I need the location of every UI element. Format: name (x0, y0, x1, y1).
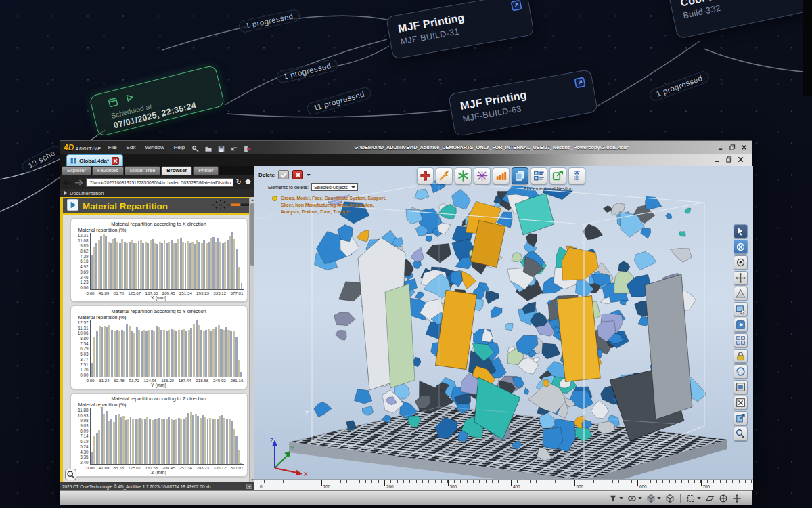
panel-tab-printer[interactable]: Printer (193, 166, 219, 175)
home-icon[interactable] (244, 178, 252, 186)
box-z-label: Z (305, 410, 309, 417)
close-box-icon (735, 397, 746, 408)
statistics-button[interactable] (493, 167, 510, 184)
viewport-ruler: 0100200300400500600700 (254, 479, 753, 490)
visibility-view-button[interactable] (627, 494, 642, 503)
chart-bars (90, 320, 244, 377)
external-link-icon[interactable] (574, 77, 587, 89)
panel-tab-browser[interactable]: Browser (161, 166, 192, 175)
chart-title: Material repartition according to Z dire… (74, 396, 244, 402)
close-box-button[interactable] (734, 396, 748, 410)
pan-view-button[interactable] (732, 494, 742, 503)
measure-button[interactable] (568, 167, 585, 184)
rotate-view-button[interactable] (734, 364, 748, 379)
export-button[interactable] (549, 167, 566, 184)
panel-tab-explorer[interactable]: Explorer (62, 166, 91, 175)
mdi-minimize-button[interactable] (713, 156, 722, 163)
documentation-row[interactable]: Documentation (60, 189, 254, 197)
edge-label: 1 progressed (238, 9, 301, 34)
section-button[interactable] (734, 318, 748, 332)
menu-edit[interactable]: Edit (127, 144, 136, 150)
undo-icon[interactable] (230, 144, 238, 152)
delete-options-caret-icon[interactable] (307, 174, 311, 176)
export-view-button[interactable] (734, 411, 748, 425)
forward-button[interactable] (74, 176, 83, 188)
delete-label: Delete (258, 172, 275, 178)
axis-x-label: X (304, 471, 308, 478)
window-title: G:\DEMO\4D_ADDITIVE\4D_Additive_DEMOPART… (251, 144, 717, 150)
repair-button[interactable] (436, 167, 453, 184)
filter-triangle-button[interactable] (734, 287, 748, 301)
mdi-restore-button[interactable] (725, 156, 734, 163)
titlebar-toolbar (191, 144, 251, 152)
zoom-page-button[interactable] (65, 469, 76, 480)
panel-tab-model-tree[interactable]: Model Tree (125, 166, 161, 175)
menu-help[interactable]: Help (174, 144, 185, 150)
duplicate-button[interactable] (512, 167, 528, 184)
grid-view-button[interactable] (734, 333, 748, 347)
elements-to-delete-row: Elements to delete: Selected Objects (268, 183, 358, 191)
minimize-button[interactable] (717, 144, 725, 151)
chart-title: Material repartition according to Y dire… (74, 308, 244, 314)
view-mode-icons (608, 494, 742, 503)
panel-tab-favorites[interactable]: Favorites (92, 166, 124, 175)
add-button[interactable] (417, 167, 434, 184)
duplicate-icon (514, 169, 526, 182)
chart-xlabel: Y (mm) (74, 383, 244, 387)
menu-window[interactable]: Window (145, 144, 164, 150)
lock-button[interactable] (734, 349, 748, 363)
axis-z-label: Z (270, 437, 273, 444)
external-link-icon[interactable] (510, 0, 523, 12)
menu-file[interactable]: File (108, 144, 117, 150)
panel-scrollbar[interactable]: ▲ ▼ (249, 197, 254, 482)
confirm-button[interactable] (278, 170, 289, 179)
render-mode-view-button[interactable] (646, 494, 661, 503)
key-icon[interactable] (191, 144, 200, 152)
box-select-view-button[interactable] (686, 494, 701, 503)
center-point-button[interactable] (734, 255, 748, 270)
freeze-button[interactable] (455, 167, 472, 184)
status-dropdown[interactable] (246, 484, 252, 489)
grid-view-icon (735, 335, 746, 346)
chart-xlabel: Z (mm) (74, 470, 244, 475)
elements-to-delete-select[interactable]: Selected Objects (311, 183, 358, 191)
cancel-button[interactable] (292, 170, 303, 179)
collapse-arrow-icon (64, 191, 67, 195)
viewport-3d[interactable]: Z Z Y X Delete Elements to delete: Selec… (254, 166, 753, 490)
solid-cube-view-button[interactable] (665, 494, 675, 503)
export-view-icon (735, 412, 746, 424)
origin-icon (719, 494, 728, 503)
document-tab[interactable]: Global.4da* (66, 154, 123, 166)
screen-edge-strip (803, 0, 812, 96)
browser-page: Material Repartition Material repartitio… (60, 197, 254, 482)
mdi-close-button[interactable] (736, 156, 745, 163)
window-zoom-button[interactable] (734, 302, 748, 316)
refresh-icon[interactable]: ↻ (236, 179, 242, 186)
url-input[interactable] (86, 178, 233, 187)
document-tab-bar: Global.4da* (60, 154, 752, 166)
back-button[interactable] (63, 176, 72, 188)
restore-button[interactable] (728, 144, 737, 151)
tab-close-icon[interactable] (112, 157, 119, 165)
fit-frame-icon (735, 381, 746, 393)
titlebar[interactable]: 4DADDITIVE FileEditWindowHelp G:\DEMO\4D… (60, 141, 752, 154)
save-icon[interactable] (217, 144, 225, 152)
measure-icon (570, 169, 583, 182)
effects-button[interactable] (474, 167, 491, 184)
plane-view-button[interactable] (705, 494, 715, 503)
exit-icon[interactable] (243, 144, 251, 152)
deselect-button[interactable] (734, 240, 748, 254)
export-icon (551, 169, 564, 182)
select-cursor-button[interactable] (734, 224, 748, 238)
fit-frame-button[interactable] (734, 380, 748, 394)
plane-icon (705, 494, 715, 503)
annotate-search-button[interactable]: A (734, 427, 748, 441)
mdi-controls (713, 156, 745, 163)
origin-view-button[interactable] (719, 494, 728, 503)
close-button[interactable] (740, 144, 748, 151)
nesting-list-button[interactable] (531, 167, 547, 184)
folder-icon[interactable] (204, 144, 212, 152)
move-button[interactable] (734, 271, 748, 285)
filter-view-button[interactable] (608, 494, 623, 503)
rotate-view-icon (735, 366, 746, 377)
